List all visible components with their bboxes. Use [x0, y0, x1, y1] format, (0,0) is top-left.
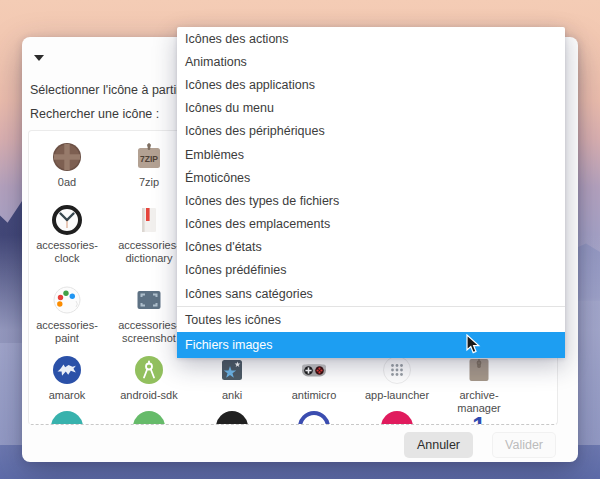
- menu-separator: [177, 306, 565, 307]
- grid-item-android-sdk[interactable]: android-sdk: [108, 354, 190, 402]
- dropdown-item[interactable]: Émoticônes: [177, 166, 565, 189]
- icon-label: accessories-paint: [28, 319, 108, 345]
- dropdown-item[interactable]: Icônes des types de fichiers: [177, 189, 565, 212]
- grid-item-anki[interactable]: anki: [191, 354, 273, 402]
- accessories-clock-icon: [51, 204, 83, 236]
- dropdown-item[interactable]: Icônes sans catégories: [177, 282, 565, 305]
- dialog-button-row: Annuler Valider: [404, 432, 556, 458]
- partial-grid-icon[interactable]: [381, 411, 413, 425]
- dropdown-item[interactable]: Icônes d'états: [177, 236, 565, 259]
- dropdown-item-all-icons[interactable]: Toutes les icônes: [177, 308, 565, 332]
- accessories-paint-icon: [51, 284, 83, 316]
- dropdown-item[interactable]: Icônes du menu: [177, 97, 565, 120]
- dropdown-item[interactable]: Icônes des périphériques: [177, 120, 565, 143]
- 7zip-icon: 7ZIP: [133, 141, 165, 173]
- grid-item-0ad[interactable]: 0ad: [28, 141, 108, 189]
- icon-label: app-launcher: [356, 389, 438, 402]
- icon-label: android-sdk: [108, 389, 190, 402]
- category-dropdown-popup: Icônes des actionsAnimationsIcônes des a…: [177, 27, 565, 358]
- anki-icon: [216, 354, 248, 386]
- grid-item-app-launcher[interactable]: app-launcher: [356, 354, 438, 402]
- amarok-icon: [51, 354, 83, 386]
- dropdown-item[interactable]: Animations: [177, 50, 565, 73]
- grid-item-amarok[interactable]: amarok: [28, 354, 108, 402]
- antimicro-icon: [298, 354, 330, 386]
- mouse-cursor: [466, 334, 482, 360]
- dropdown-item[interactable]: Icônes prédéfinies: [177, 259, 565, 282]
- partial-grid-icon[interactable]: [51, 411, 83, 425]
- combobox-chevron-down-icon[interactable]: [34, 55, 44, 61]
- grid-item-antimicro[interactable]: antimicro: [273, 354, 355, 402]
- icon-label: amarok: [28, 389, 108, 402]
- ok-button[interactable]: Valider: [492, 432, 556, 458]
- icon-label: anki: [191, 389, 273, 402]
- svg-text:7ZIP: 7ZIP: [140, 154, 158, 164]
- 0ad-icon: [51, 141, 83, 173]
- search-icon-label: Rechercher une icône :: [30, 107, 159, 121]
- accessories-screenshot-icon: [133, 284, 165, 316]
- grid-item-archive-manager[interactable]: archive-manager: [438, 354, 520, 415]
- icon-label: 0ad: [28, 176, 108, 189]
- grid-item-accessories-paint[interactable]: accessories-paint: [28, 284, 108, 345]
- icon-label: antimicro: [273, 389, 355, 402]
- app-launcher-icon: [381, 354, 413, 386]
- icon-label: accessories-clock: [28, 239, 108, 265]
- dropdown-item[interactable]: Icônes des actions: [177, 27, 565, 50]
- accessories-dictionary-icon: [133, 204, 165, 236]
- dropdown-item-selected[interactable]: Fichiers images: [177, 332, 565, 358]
- partial-grid-icon[interactable]: [298, 411, 330, 425]
- android-sdk-icon: [133, 354, 165, 386]
- partial-grid-icon[interactable]: [133, 411, 165, 425]
- cancel-button[interactable]: Annuler: [404, 432, 473, 458]
- grid-item-accessories-clock[interactable]: accessories-clock: [28, 204, 108, 265]
- dropdown-item[interactable]: Icônes des emplacements: [177, 213, 565, 236]
- dropdown-item[interactable]: Icônes des applications: [177, 73, 565, 96]
- dropdown-item[interactable]: Emblèmes: [177, 143, 565, 166]
- partial-grid-icon[interactable]: [216, 411, 248, 425]
